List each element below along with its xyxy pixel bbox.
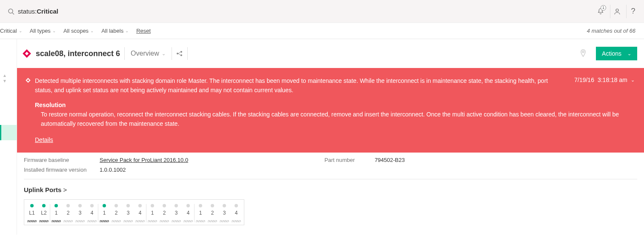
port-cell[interactable]: 2 <box>62 204 74 222</box>
part-number-label: Part number <box>324 157 363 163</box>
port-cell[interactable]: 3 <box>170 204 182 222</box>
port-label: 2 <box>67 210 70 216</box>
selected-row-indicator <box>0 125 17 140</box>
gutter-sort-icon[interactable]: ▲▼ <box>3 73 7 83</box>
port-label: 3 <box>127 210 130 216</box>
port-status-up-icon <box>42 204 46 207</box>
fw-baseline-value[interactable]: Service Pack for ProLiant 2016.10.0 <box>100 157 188 163</box>
port-bar <box>135 220 145 222</box>
filter-types-label: All types <box>30 28 51 34</box>
port-label: 1 <box>103 210 106 216</box>
port-status-down-icon <box>114 204 118 207</box>
actions-button[interactable]: Actions ⌄ <box>596 47 637 60</box>
port-cell[interactable]: 3 <box>218 204 230 222</box>
top-bar: status:Critical 1 ? <box>0 0 644 23</box>
port-bar <box>220 220 229 222</box>
status-critical-icon <box>23 49 31 58</box>
port-label: 3 <box>79 210 82 216</box>
alert-resolution-body: To restore normal operation, reconnect t… <box>41 110 635 128</box>
port-cell[interactable]: 4 <box>230 204 242 222</box>
port-status-down-icon <box>163 204 166 207</box>
port-group: L1L2 <box>26 204 50 222</box>
help-button[interactable]: ? <box>626 5 640 18</box>
port-bar <box>183 220 193 222</box>
port-cell[interactable]: 4 <box>134 204 146 222</box>
svg-line-6 <box>178 52 180 54</box>
port-bar <box>100 220 109 222</box>
port-bar <box>39 220 49 222</box>
map-button[interactable] <box>172 47 188 60</box>
expand-icon: > <box>63 186 67 193</box>
view-label: Overview <box>131 50 159 57</box>
svg-line-1 <box>12 13 14 14</box>
port-cell[interactable]: 1 <box>98 204 110 222</box>
port-bar <box>52 220 61 222</box>
svg-point-0 <box>9 9 13 13</box>
port-cell[interactable]: 4 <box>182 204 194 222</box>
port-label: 1 <box>151 210 154 216</box>
port-cell[interactable]: 2 <box>206 204 218 222</box>
pin-icon[interactable] <box>580 49 587 58</box>
properties-row: Firmware baseline Service Pack for ProLi… <box>24 157 637 173</box>
port-cell[interactable]: 1 <box>50 204 62 222</box>
port-group: 1234 <box>194 204 242 222</box>
port-label: 1 <box>55 210 58 216</box>
port-label: 3 <box>175 210 178 216</box>
port-cell[interactable]: 2 <box>110 204 122 222</box>
user-button[interactable] <box>610 5 624 18</box>
uplink-ports-heading[interactable]: Uplink Ports > <box>24 186 637 193</box>
port-cell[interactable]: L2 <box>38 204 50 222</box>
chevron-down-icon: ⌄ <box>52 28 56 33</box>
alert-resolution-label: Resolution <box>35 102 635 108</box>
filter-types[interactable]: All types⌄ <box>30 28 56 34</box>
port-bar <box>112 220 121 222</box>
chevron-down-icon: ⌄ <box>125 28 129 33</box>
port-cell[interactable]: 4 <box>86 204 98 222</box>
filter-labels[interactable]: All labels⌄ <box>101 28 129 34</box>
search-box[interactable]: status:Critical <box>8 8 594 15</box>
port-bar <box>208 220 217 222</box>
filter-reset[interactable]: Reset <box>136 28 151 34</box>
port-label: 4 <box>91 210 94 216</box>
filter-status[interactable]: Critical⌄ <box>0 28 22 34</box>
port-status-down-icon <box>151 204 154 207</box>
port-bar <box>63 220 73 222</box>
chevron-down-icon: ⌄ <box>631 77 635 83</box>
port-cell[interactable]: 1 <box>195 204 206 222</box>
port-status-down-icon <box>175 204 178 207</box>
port-label: 4 <box>235 210 238 216</box>
alert-critical-icon <box>26 78 30 82</box>
section-divider <box>24 179 637 179</box>
port-cell[interactable]: 3 <box>74 204 86 222</box>
port-label: 3 <box>223 210 226 216</box>
port-bar <box>148 220 157 222</box>
filter-status-label: Critical <box>0 28 17 34</box>
port-status-up-icon <box>54 204 58 207</box>
alert-timestamp[interactable]: 7/19/16 3:18:18 am ⌄ <box>574 76 635 83</box>
filter-scopes[interactable]: All scopes⌄ <box>63 28 94 34</box>
svg-line-7 <box>178 54 180 55</box>
port-bar <box>123 220 133 222</box>
filter-bar: Critical⌄ All types⌄ All scopes⌄ All lab… <box>0 23 644 39</box>
notifications-button[interactable]: 1 <box>594 5 607 18</box>
alert-details-link[interactable]: Details <box>35 136 635 143</box>
view-selector[interactable]: Overview ⌄ <box>129 48 167 59</box>
port-cell[interactable]: 1 <box>146 204 158 222</box>
port-label: L1 <box>29 210 34 216</box>
separator <box>124 47 125 60</box>
svg-point-4 <box>180 51 182 53</box>
port-label: 2 <box>163 210 166 216</box>
port-status-down-icon <box>138 204 142 207</box>
port-group: 1234 <box>50 204 98 222</box>
svg-point-2 <box>616 9 618 11</box>
port-cell[interactable]: L1 <box>26 204 38 222</box>
port-label: 4 <box>187 210 190 216</box>
port-cell[interactable]: 2 <box>158 204 170 222</box>
port-bar <box>160 220 169 222</box>
port-label: 2 <box>115 210 118 216</box>
search-icon <box>8 8 14 15</box>
fw-baseline-label: Firmware baseline <box>24 157 88 163</box>
port-cell[interactable]: 3 <box>122 204 134 222</box>
content-layout: ▲▼ scale08, interconnect 6 Overview ⌄ Ac… <box>0 39 644 235</box>
port-status-down-icon <box>186 204 190 207</box>
